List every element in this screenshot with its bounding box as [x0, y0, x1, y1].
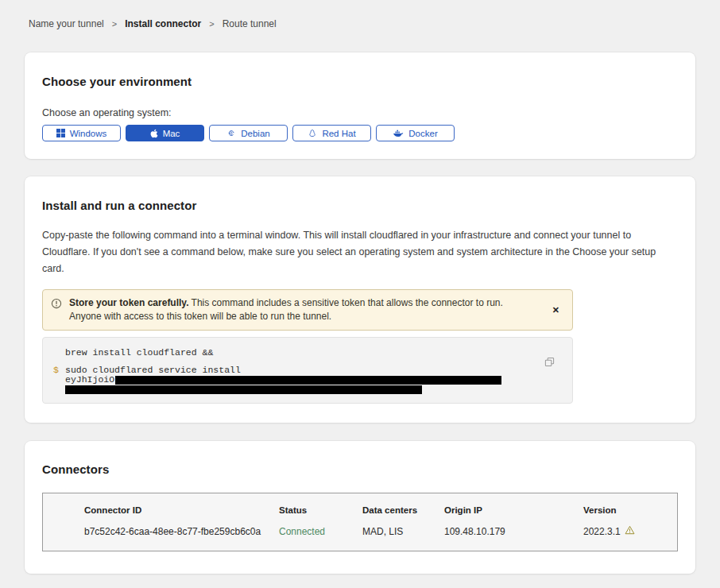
install-card-title: Install and run a connector — [42, 199, 678, 212]
info-circle-icon — [51, 298, 62, 313]
breadcrumb-route-tunnel[interactable]: Route tunnel — [223, 18, 277, 29]
os-select-label: Choose an operating system: — [42, 107, 678, 118]
install-description: Copy-paste the following command into a … — [42, 227, 678, 277]
breadcrumb: Name your tunnel > Install connector > R… — [0, 0, 720, 29]
environment-card: Choose your environment Choose an operat… — [25, 52, 695, 159]
breadcrumb-install-connector[interactable]: Install connector — [125, 18, 201, 29]
header-version: Version — [583, 505, 677, 515]
os-button-redhat[interactable]: Red Hat — [292, 125, 371, 141]
os-button-windows[interactable]: Windows — [42, 125, 121, 141]
version-value: 2022.3.1 — [583, 525, 677, 537]
terminal-line-sudo: sudo cloudflared service install — [65, 366, 572, 375]
header-data-centers: Data centers — [362, 505, 444, 515]
origin-ip-value: 109.48.10.179 — [444, 526, 583, 537]
status-badge: Connected — [279, 526, 362, 537]
install-connector-card: Install and run a connector Copy-paste t… — [25, 176, 695, 423]
os-button-label: Windows — [70, 129, 107, 138]
docker-icon — [393, 129, 404, 137]
terminal-token-line: eyJhIjoiO — [65, 375, 572, 385]
connectors-table: Connector ID Status Data centers Origin … — [42, 493, 678, 551]
terminal-command-block: brew install cloudflared && $ sudo cloud… — [42, 337, 573, 404]
os-button-docker[interactable]: Docker — [376, 125, 455, 141]
data-centers-value: MAD, LIS — [362, 526, 444, 537]
token-redaction-bar — [115, 376, 501, 385]
token-prefix: eyJhIjoiO — [65, 375, 114, 385]
breadcrumb-separator: > — [112, 19, 117, 29]
windows-icon — [56, 129, 65, 137]
token-redaction-bar — [65, 385, 422, 394]
os-button-label: Mac — [163, 129, 180, 138]
environment-card-title: Choose your environment — [42, 75, 678, 88]
connector-id-value: b7c52c42-6caa-48ee-8c77-fbe259cb6c0a — [84, 526, 279, 537]
header-origin-ip: Origin IP — [444, 505, 583, 515]
header-connector-id: Connector ID — [84, 505, 279, 515]
os-button-label: Docker — [408, 129, 437, 138]
breadcrumb-separator: > — [209, 19, 214, 29]
terminal-prompt: $ — [53, 366, 59, 375]
close-icon[interactable]: ✕ — [549, 304, 563, 317]
token-warning-banner: Store your token carefully. This command… — [42, 289, 573, 331]
token-warning-title: Store your token carefully. — [69, 297, 189, 308]
redhat-icon — [308, 129, 317, 138]
header-status: Status — [279, 505, 362, 515]
connectors-card-title: Connectors — [42, 462, 678, 476]
os-button-mac[interactable]: Mac — [126, 125, 204, 141]
os-button-label: Debian — [241, 129, 269, 138]
apple-icon — [150, 129, 158, 138]
warning-triangle-icon — [625, 525, 635, 537]
token-warning-text: Store your token carefully. This command… — [69, 296, 526, 323]
table-row: b7c52c42-6caa-48ee-8c77-fbe259cb6c0a Con… — [43, 525, 677, 537]
connectors-table-header: Connector ID Status Data centers Origin … — [43, 505, 677, 515]
version-number: 2022.3.1 — [583, 526, 621, 537]
copy-icon[interactable] — [544, 357, 555, 369]
os-button-group: Windows Mac Debian — [42, 125, 678, 141]
connectors-card: Connectors Connector ID Status Data cent… — [25, 441, 695, 574]
os-button-label: Red Hat — [322, 129, 355, 138]
terminal-prompt-row: $ sudo cloudflared service install — [43, 366, 572, 375]
breadcrumb-name-your-tunnel[interactable]: Name your tunnel — [29, 18, 104, 29]
debian-icon — [226, 129, 236, 138]
terminal-line-brew: brew install cloudflared && — [65, 348, 572, 358]
os-button-debian[interactable]: Debian — [209, 125, 288, 141]
